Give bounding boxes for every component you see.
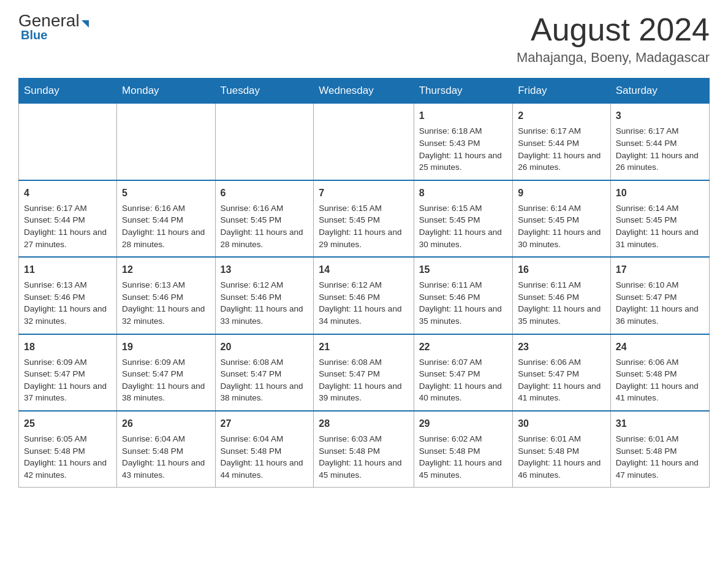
logo-arrow-icon <box>82 20 89 28</box>
day-info-line: Sunset: 5:48 PM <box>221 445 309 458</box>
calendar-cell: 21Sunrise: 6:08 AMSunset: 5:47 PMDayligh… <box>314 334 414 411</box>
day-info-line: Daylight: 11 hours and 41 minutes. <box>518 380 605 404</box>
day-info-line: Daylight: 11 hours and 40 minutes. <box>419 380 507 404</box>
calendar-cell: 19Sunrise: 6:09 AMSunset: 5:47 PMDayligh… <box>117 334 215 411</box>
day-number: 11 <box>24 262 112 277</box>
day-info-line: Sunset: 5:44 PM <box>518 137 605 150</box>
calendar-cell: 1Sunrise: 6:18 AMSunset: 5:43 PMDaylight… <box>414 104 512 180</box>
day-info-line: Sunrise: 6:05 AM <box>24 433 112 445</box>
calendar-week-row: 25Sunrise: 6:05 AMSunset: 5:48 PMDayligh… <box>19 411 710 488</box>
day-number: 20 <box>221 340 309 354</box>
day-number: 5 <box>122 186 210 200</box>
day-info-line: Daylight: 11 hours and 26 minutes. <box>616 150 704 174</box>
day-info-line: Daylight: 11 hours and 35 minutes. <box>518 303 605 327</box>
day-info-line: Daylight: 11 hours and 45 minutes. <box>419 457 507 481</box>
day-info-line: Sunrise: 6:09 AM <box>122 356 210 369</box>
page-header: General Blue August 2024 Mahajanga, Boen… <box>18 12 710 66</box>
day-number: 19 <box>122 340 210 354</box>
day-info-line: Sunrise: 6:03 AM <box>319 433 408 445</box>
day-info-line: Sunset: 5:46 PM <box>319 291 408 304</box>
day-info-line: Sunset: 5:46 PM <box>24 291 112 304</box>
day-info-line: Sunset: 5:46 PM <box>518 291 605 304</box>
day-info-line: Sunrise: 6:11 AM <box>419 279 507 291</box>
day-info-line: Daylight: 11 hours and 47 minutes. <box>616 457 704 481</box>
calendar-week-row: 4Sunrise: 6:17 AMSunset: 5:44 PMDaylight… <box>19 180 710 257</box>
day-number: 14 <box>319 262 408 277</box>
day-info-line: Daylight: 11 hours and 46 minutes. <box>518 457 605 481</box>
day-number: 4 <box>24 186 112 200</box>
calendar-cell: 8Sunrise: 6:15 AMSunset: 5:45 PMDaylight… <box>414 180 512 257</box>
calendar-cell: 13Sunrise: 6:12 AMSunset: 5:46 PMDayligh… <box>215 257 314 334</box>
calendar-cell: 30Sunrise: 6:01 AMSunset: 5:48 PMDayligh… <box>513 411 611 488</box>
day-number: 18 <box>24 340 112 354</box>
calendar-day-header: Tuesday <box>215 79 314 104</box>
day-number: 16 <box>518 262 605 277</box>
day-info-line: Sunset: 5:48 PM <box>319 445 408 458</box>
calendar-week-row: 11Sunrise: 6:13 AMSunset: 5:46 PMDayligh… <box>19 257 710 334</box>
day-info-line: Sunset: 5:47 PM <box>319 368 408 380</box>
logo: General Blue <box>18 12 89 42</box>
day-info-line: Sunset: 5:48 PM <box>122 445 210 458</box>
calendar-table: SundayMondayTuesdayWednesdayThursdayFrid… <box>18 78 710 488</box>
day-info-line: Sunrise: 6:01 AM <box>518 433 605 445</box>
day-info-line: Daylight: 11 hours and 35 minutes. <box>419 303 507 327</box>
calendar-cell: 18Sunrise: 6:09 AMSunset: 5:47 PMDayligh… <box>19 334 117 411</box>
day-info-line: Sunrise: 6:08 AM <box>221 356 309 369</box>
day-info-line: Sunrise: 6:14 AM <box>518 202 605 215</box>
day-info-line: Daylight: 11 hours and 32 minutes. <box>122 303 210 327</box>
day-info-line: Daylight: 11 hours and 38 minutes. <box>221 380 309 404</box>
day-info-line: Daylight: 11 hours and 28 minutes. <box>221 226 309 250</box>
day-info-line: Sunrise: 6:17 AM <box>24 202 112 215</box>
calendar-day-header: Saturday <box>610 79 709 104</box>
calendar-cell: 27Sunrise: 6:04 AMSunset: 5:48 PMDayligh… <box>215 411 314 488</box>
day-info-line: Sunset: 5:45 PM <box>419 214 507 226</box>
day-info-line: Sunrise: 6:15 AM <box>419 202 507 215</box>
day-info-line: Daylight: 11 hours and 45 minutes. <box>319 457 408 481</box>
day-info-line: Daylight: 11 hours and 38 minutes. <box>122 380 210 404</box>
day-info-line: Sunrise: 6:17 AM <box>616 125 704 137</box>
day-info-line: Daylight: 11 hours and 30 minutes. <box>419 226 507 250</box>
day-info-line: Daylight: 11 hours and 42 minutes. <box>24 457 112 481</box>
day-number: 1 <box>419 109 507 123</box>
day-info-line: Daylight: 11 hours and 31 minutes. <box>616 226 704 250</box>
day-number: 27 <box>221 416 309 431</box>
day-info-line: Sunset: 5:47 PM <box>221 368 309 380</box>
day-number: 21 <box>319 340 408 354</box>
day-info-line: Sunset: 5:48 PM <box>24 445 112 458</box>
calendar-week-row: 1Sunrise: 6:18 AMSunset: 5:43 PMDaylight… <box>19 104 710 180</box>
day-info-line: Sunset: 5:47 PM <box>24 368 112 380</box>
calendar-cell: 20Sunrise: 6:08 AMSunset: 5:47 PMDayligh… <box>215 334 314 411</box>
day-info-line: Sunset: 5:46 PM <box>419 291 507 304</box>
day-info-line: Daylight: 11 hours and 25 minutes. <box>419 150 507 174</box>
day-number: 10 <box>616 186 704 200</box>
day-info-line: Sunrise: 6:15 AM <box>319 202 408 215</box>
day-info-line: Sunrise: 6:04 AM <box>221 433 309 445</box>
day-info-line: Daylight: 11 hours and 41 minutes. <box>616 380 704 404</box>
calendar-cell: 29Sunrise: 6:02 AMSunset: 5:48 PMDayligh… <box>414 411 512 488</box>
day-info-line: Sunset: 5:44 PM <box>24 214 112 226</box>
day-info-line: Daylight: 11 hours and 27 minutes. <box>24 226 112 250</box>
day-info-line: Sunrise: 6:12 AM <box>221 279 309 291</box>
day-info-line: Sunrise: 6:02 AM <box>419 433 507 445</box>
logo-text: General <box>18 12 89 29</box>
calendar-cell: 26Sunrise: 6:04 AMSunset: 5:48 PMDayligh… <box>117 411 215 488</box>
calendar-cell: 24Sunrise: 6:06 AMSunset: 5:48 PMDayligh… <box>610 334 709 411</box>
calendar-cell: 23Sunrise: 6:06 AMSunset: 5:47 PMDayligh… <box>513 334 611 411</box>
calendar-cell <box>215 104 314 180</box>
calendar-cell: 31Sunrise: 6:01 AMSunset: 5:48 PMDayligh… <box>610 411 709 488</box>
day-info-line: Sunset: 5:48 PM <box>518 445 605 458</box>
day-number: 25 <box>24 416 112 431</box>
day-info-line: Sunset: 5:44 PM <box>122 214 210 226</box>
day-info-line: Daylight: 11 hours and 34 minutes. <box>319 303 408 327</box>
day-info-line: Sunset: 5:46 PM <box>221 291 309 304</box>
calendar-cell: 4Sunrise: 6:17 AMSunset: 5:44 PMDaylight… <box>19 180 117 257</box>
day-info-line: Sunrise: 6:13 AM <box>24 279 112 291</box>
day-info-line: Sunrise: 6:14 AM <box>616 202 704 215</box>
calendar-header-row: SundayMondayTuesdayWednesdayThursdayFrid… <box>19 79 710 104</box>
day-info-line: Sunrise: 6:16 AM <box>122 202 210 215</box>
calendar-day-header: Sunday <box>19 79 117 104</box>
calendar-cell: 28Sunrise: 6:03 AMSunset: 5:48 PMDayligh… <box>314 411 414 488</box>
calendar-week-row: 18Sunrise: 6:09 AMSunset: 5:47 PMDayligh… <box>19 334 710 411</box>
day-info-line: Daylight: 11 hours and 32 minutes. <box>24 303 112 327</box>
calendar-cell: 9Sunrise: 6:14 AMSunset: 5:45 PMDaylight… <box>513 180 611 257</box>
